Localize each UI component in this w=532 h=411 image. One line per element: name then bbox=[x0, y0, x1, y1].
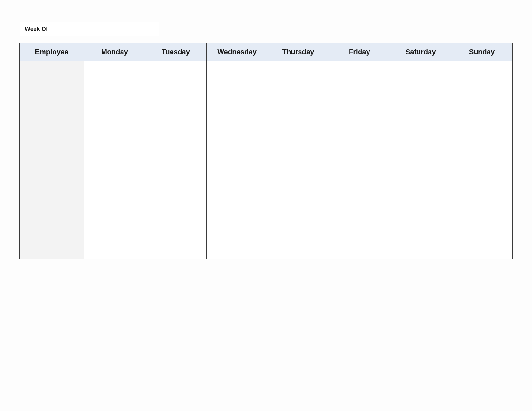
day-cell[interactable] bbox=[329, 169, 390, 187]
day-cell[interactable] bbox=[451, 97, 513, 115]
employee-cell[interactable] bbox=[20, 223, 84, 241]
table-row bbox=[20, 169, 513, 187]
employee-cell[interactable] bbox=[20, 61, 84, 79]
day-cell[interactable] bbox=[451, 133, 513, 151]
day-cell[interactable] bbox=[84, 205, 145, 223]
day-cell[interactable] bbox=[206, 79, 268, 97]
day-cell[interactable] bbox=[206, 61, 268, 79]
day-cell[interactable] bbox=[451, 61, 513, 79]
table-row bbox=[20, 79, 513, 97]
day-cell[interactable] bbox=[145, 79, 206, 97]
day-cell[interactable] bbox=[390, 241, 451, 259]
day-cell[interactable] bbox=[84, 133, 145, 151]
employee-cell[interactable] bbox=[20, 115, 84, 133]
day-cell[interactable] bbox=[390, 61, 451, 79]
day-cell[interactable] bbox=[145, 133, 206, 151]
day-cell[interactable] bbox=[84, 61, 145, 79]
week-of-input[interactable] bbox=[53, 22, 159, 36]
header-sunday: Sunday bbox=[451, 43, 513, 61]
day-cell[interactable] bbox=[206, 241, 268, 259]
day-cell[interactable] bbox=[145, 97, 206, 115]
day-cell[interactable] bbox=[145, 241, 206, 259]
day-cell[interactable] bbox=[390, 205, 451, 223]
day-cell[interactable] bbox=[268, 115, 329, 133]
day-cell[interactable] bbox=[145, 61, 206, 79]
day-cell[interactable] bbox=[145, 151, 206, 169]
day-cell[interactable] bbox=[329, 223, 390, 241]
day-cell[interactable] bbox=[451, 205, 513, 223]
day-cell[interactable] bbox=[206, 115, 268, 133]
employee-cell[interactable] bbox=[20, 97, 84, 115]
day-cell[interactable] bbox=[268, 97, 329, 115]
day-cell[interactable] bbox=[268, 169, 329, 187]
table-row bbox=[20, 223, 513, 241]
day-cell[interactable] bbox=[329, 79, 390, 97]
day-cell[interactable] bbox=[206, 151, 268, 169]
day-cell[interactable] bbox=[390, 169, 451, 187]
day-cell[interactable] bbox=[145, 169, 206, 187]
day-cell[interactable] bbox=[84, 97, 145, 115]
day-cell[interactable] bbox=[84, 151, 145, 169]
table-row bbox=[20, 115, 513, 133]
table-row bbox=[20, 187, 513, 205]
header-employee: Employee bbox=[20, 43, 84, 61]
employee-cell[interactable] bbox=[20, 187, 84, 205]
employee-cell[interactable] bbox=[20, 151, 84, 169]
day-cell[interactable] bbox=[329, 151, 390, 169]
day-cell[interactable] bbox=[390, 133, 451, 151]
day-cell[interactable] bbox=[451, 241, 513, 259]
day-cell[interactable] bbox=[329, 115, 390, 133]
day-cell[interactable] bbox=[329, 187, 390, 205]
employee-cell[interactable] bbox=[20, 205, 84, 223]
day-cell[interactable] bbox=[329, 205, 390, 223]
day-cell[interactable] bbox=[84, 223, 145, 241]
employee-cell[interactable] bbox=[20, 169, 84, 187]
day-cell[interactable] bbox=[206, 205, 268, 223]
day-cell[interactable] bbox=[206, 97, 268, 115]
day-cell[interactable] bbox=[268, 187, 329, 205]
day-cell[interactable] bbox=[390, 79, 451, 97]
day-cell[interactable] bbox=[329, 61, 390, 79]
day-cell[interactable] bbox=[390, 151, 451, 169]
employee-cell[interactable] bbox=[20, 133, 84, 151]
day-cell[interactable] bbox=[268, 205, 329, 223]
day-cell[interactable] bbox=[329, 97, 390, 115]
day-cell[interactable] bbox=[390, 115, 451, 133]
day-cell[interactable] bbox=[451, 223, 513, 241]
day-cell[interactable] bbox=[206, 223, 268, 241]
day-cell[interactable] bbox=[451, 115, 513, 133]
day-cell[interactable] bbox=[206, 187, 268, 205]
employee-cell[interactable] bbox=[20, 241, 84, 259]
employee-cell[interactable] bbox=[20, 79, 84, 97]
day-cell[interactable] bbox=[145, 187, 206, 205]
day-cell[interactable] bbox=[451, 151, 513, 169]
day-cell[interactable] bbox=[268, 241, 329, 259]
day-cell[interactable] bbox=[451, 169, 513, 187]
day-cell[interactable] bbox=[451, 79, 513, 97]
day-cell[interactable] bbox=[268, 61, 329, 79]
schedule-table: Employee Monday Tuesday Wednesday Thursd… bbox=[19, 43, 513, 259]
day-cell[interactable] bbox=[329, 133, 390, 151]
day-cell[interactable] bbox=[268, 133, 329, 151]
day-cell[interactable] bbox=[268, 79, 329, 97]
day-cell[interactable] bbox=[268, 151, 329, 169]
day-cell[interactable] bbox=[145, 115, 206, 133]
day-cell[interactable] bbox=[451, 187, 513, 205]
week-of-field: Week Of bbox=[20, 22, 513, 36]
day-cell[interactable] bbox=[206, 169, 268, 187]
day-cell[interactable] bbox=[145, 223, 206, 241]
day-cell[interactable] bbox=[145, 205, 206, 223]
day-cell[interactable] bbox=[329, 241, 390, 259]
day-cell[interactable] bbox=[390, 187, 451, 205]
day-cell[interactable] bbox=[84, 187, 145, 205]
day-cell[interactable] bbox=[206, 133, 268, 151]
day-cell[interactable] bbox=[84, 169, 145, 187]
day-cell[interactable] bbox=[390, 223, 451, 241]
day-cell[interactable] bbox=[268, 223, 329, 241]
table-row bbox=[20, 151, 513, 169]
day-cell[interactable] bbox=[84, 115, 145, 133]
day-cell[interactable] bbox=[390, 97, 451, 115]
header-tuesday: Tuesday bbox=[145, 43, 206, 61]
day-cell[interactable] bbox=[84, 79, 145, 97]
day-cell[interactable] bbox=[84, 241, 145, 259]
